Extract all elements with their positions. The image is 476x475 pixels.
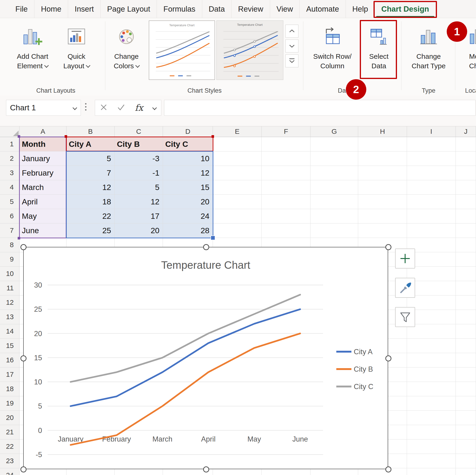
selection-handle[interactable] (211, 135, 214, 138)
cell-H2[interactable] (358, 151, 407, 166)
cell-I18[interactable] (407, 382, 456, 396)
cell-G5[interactable] (310, 195, 358, 209)
cell-J3[interactable] (456, 166, 476, 180)
row-header-12[interactable]: 12 (0, 295, 19, 310)
cell-I3[interactable] (407, 166, 456, 180)
ribbon-tab-chart-design[interactable]: Chart Design (375, 0, 436, 18)
row-header-7[interactable]: 7 (0, 223, 19, 238)
chart-style-thumbnail-2[interactable]: Temperature Chart (216, 20, 283, 80)
cell-E5[interactable] (213, 195, 262, 209)
cell-G7[interactable] (310, 223, 358, 238)
cell-J17[interactable] (456, 367, 476, 382)
column-header-f[interactable]: F (262, 126, 310, 137)
chart-resize-handle[interactable] (203, 466, 209, 473)
row-header-15[interactable]: 15 (0, 339, 19, 353)
chart-resize-handle[interactable] (385, 466, 391, 473)
insert-function-icon[interactable]: fx (135, 103, 143, 113)
cell-B3[interactable]: 7 (67, 166, 115, 180)
gallery-more-button[interactable] (285, 54, 298, 67)
ribbon-tab-home[interactable]: Home (34, 0, 68, 18)
cell-D7[interactable]: 28 (163, 223, 213, 238)
row-header-20[interactable]: 20 (0, 411, 19, 425)
name-box[interactable]: Chart 1 (6, 100, 81, 116)
cell-J10[interactable] (456, 267, 476, 281)
row-header-5[interactable]: 5 (0, 195, 19, 209)
row-header-10[interactable]: 10 (0, 267, 19, 281)
cell-D3[interactable]: 12 (163, 166, 213, 180)
cell-F3[interactable] (262, 166, 310, 180)
cell-I23[interactable] (407, 454, 456, 468)
chevron-down-icon[interactable] (152, 105, 157, 110)
cell-H3[interactable] (358, 166, 407, 180)
cell-J6[interactable] (456, 209, 476, 223)
ribbon-tab-formulas[interactable]: Formulas (157, 0, 202, 18)
row-header-4[interactable]: 4 (0, 180, 19, 195)
quick-layout-button[interactable]: Quick Layout (57, 22, 96, 84)
chart-filters-button[interactable] (395, 307, 415, 327)
cell-I17[interactable] (407, 367, 456, 382)
cell-C2[interactable]: -3 (115, 151, 163, 166)
cell-I24[interactable] (407, 468, 456, 475)
cell-G6[interactable] (310, 209, 358, 223)
cell-J19[interactable] (456, 396, 476, 411)
row-header-9[interactable]: 9 (0, 252, 19, 267)
ribbon-tab-automate[interactable]: Automate (299, 0, 345, 18)
cell-D5[interactable]: 20 (163, 195, 213, 209)
row-header-21[interactable]: 21 (0, 425, 19, 440)
cell-G2[interactable] (310, 151, 358, 166)
chevron-down-icon[interactable] (72, 105, 77, 110)
row-header-14[interactable]: 14 (0, 324, 19, 339)
ribbon-tab-page-layout[interactable]: Page Layout (101, 0, 157, 18)
row-header-24[interactable]: 24 (0, 468, 19, 475)
row-header-23[interactable]: 23 (0, 454, 19, 468)
cell-I2[interactable] (407, 151, 456, 166)
column-header-h[interactable]: H (358, 126, 407, 137)
cell-F5[interactable] (262, 195, 310, 209)
cell-E6[interactable] (213, 209, 262, 223)
cell-F1[interactable] (262, 137, 310, 151)
cell-J2[interactable] (456, 151, 476, 166)
cell-C1[interactable]: City B (115, 137, 163, 151)
cell-J1[interactable] (456, 137, 476, 151)
row-header-6[interactable]: 6 (0, 209, 19, 223)
ribbon-tab-data[interactable]: Data (202, 0, 232, 18)
column-header-b[interactable]: B (67, 126, 115, 137)
column-header-j[interactable]: J (456, 126, 476, 137)
enter-icon[interactable] (117, 104, 125, 112)
chart-resize-handle[interactable] (385, 244, 391, 250)
cell-A6[interactable]: May (19, 209, 67, 223)
cell-I1[interactable] (407, 137, 456, 151)
row-header-18[interactable]: 18 (0, 382, 19, 396)
formula-bar-drag-dots[interactable] (85, 103, 87, 112)
cell-E4[interactable] (213, 180, 262, 195)
row-header-3[interactable]: 3 (0, 166, 19, 180)
switch-row-column-button[interactable]: Switch Row/ Column (306, 22, 359, 84)
cell-I22[interactable] (407, 440, 456, 454)
column-header-d[interactable]: D (163, 126, 213, 137)
cell-A1[interactable]: Month (19, 137, 67, 151)
cancel-icon[interactable] (100, 104, 107, 112)
row-header-19[interactable]: 19 (0, 396, 19, 411)
chart-resize-handle[interactable] (20, 466, 27, 473)
row-header-11[interactable]: 11 (0, 281, 19, 295)
cell-I19[interactable] (407, 396, 456, 411)
cell-G3[interactable] (310, 166, 358, 180)
temperature-chart[interactable]: Temperature Chart-5051015202530JanuaryFe… (23, 247, 388, 469)
cell-J7[interactable] (456, 223, 476, 238)
cell-J20[interactable] (456, 411, 476, 425)
cell-J11[interactable] (456, 281, 476, 295)
column-header-e[interactable]: E (213, 126, 262, 137)
cell-H7[interactable] (358, 223, 407, 238)
row-header-1[interactable]: 1 (0, 137, 19, 151)
cell-I5[interactable] (407, 195, 456, 209)
change-chart-type-button[interactable]: Change Chart Type (405, 22, 452, 84)
cell-F4[interactable] (262, 180, 310, 195)
cell-C7[interactable]: 20 (115, 223, 163, 238)
cell-A4[interactable]: March (19, 180, 67, 195)
cell-D2[interactable]: 10 (163, 151, 213, 166)
cell-B1[interactable]: City A (67, 137, 115, 151)
cell-B6[interactable]: 22 (67, 209, 115, 223)
row-header-16[interactable]: 16 (0, 353, 19, 367)
cell-J18[interactable] (456, 382, 476, 396)
cell-E2[interactable] (213, 151, 262, 166)
